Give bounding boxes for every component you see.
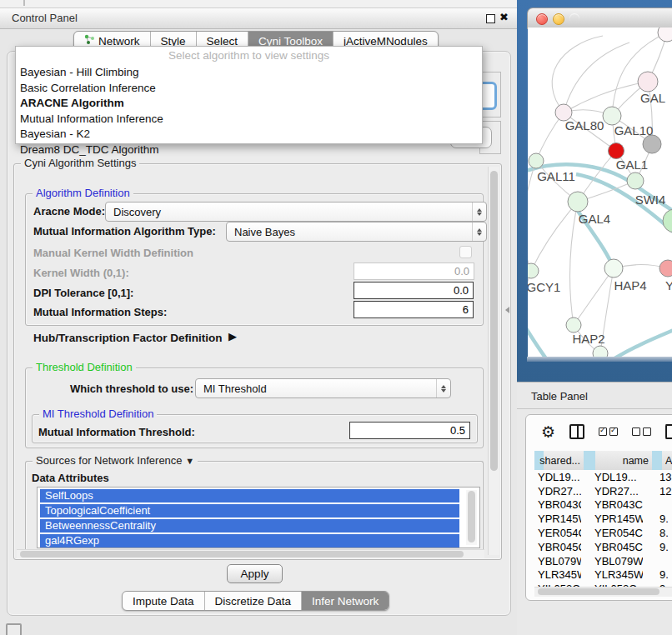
column-header-shared-name[interactable]: shared... <box>544 451 584 470</box>
data-attributes-listbox[interactable]: SelfLoopsTopologicalCoefficientBetweenne… <box>37 487 480 548</box>
table-cell[interactable]: 12 <box>659 485 672 498</box>
manual-kernel-width-checkbox[interactable] <box>459 246 472 258</box>
mi-steps-field[interactable]: 6 <box>354 301 474 318</box>
network-edge[interactable] <box>528 161 536 271</box>
algorithm-option[interactable]: Bayesian - K2 <box>16 127 482 142</box>
network-edge[interactable] <box>608 328 672 357</box>
network-node[interactable] <box>528 263 539 278</box>
network-node[interactable] <box>658 28 672 42</box>
table-row[interactable]: YDR27...YDR27...12 <box>534 484 672 498</box>
table-cell[interactable]: YDR27... <box>594 485 643 498</box>
network-edge[interactable] <box>528 318 548 357</box>
zoom-traffic-light-icon[interactable] <box>569 13 579 23</box>
attribute-list-item[interactable]: SelfLoops <box>40 489 459 503</box>
algorithm-option[interactable]: ARACNE Algorithm <box>16 96 482 112</box>
network-node[interactable] <box>529 153 544 168</box>
attribute-list-item[interactable]: BetweennessCentrality <box>40 519 459 533</box>
table-row[interactable]: YER054CYER054C8. <box>534 526 672 540</box>
table-hscrollbar-thumb[interactable] <box>538 588 659 595</box>
settings-vscrollbar[interactable] <box>488 167 499 555</box>
table-cell[interactable]: 9. <box>659 541 672 553</box>
table-cell[interactable]: 9. <box>659 512 672 525</box>
table-cell[interactable]: 13 <box>659 471 672 483</box>
table-cell[interactable]: YLR345W <box>594 568 643 581</box>
table-row[interactable]: YBR043CYBR043C <box>534 498 672 512</box>
network-edge[interactable] <box>564 82 648 112</box>
table-cell[interactable]: YDL19... <box>594 471 643 483</box>
table-icon[interactable] <box>665 424 672 439</box>
table-cell[interactable]: YER054C <box>538 527 581 539</box>
tab-impute-data[interactable]: Impute Data <box>123 592 204 610</box>
table-cell[interactable]: YDR27... <box>538 485 581 498</box>
network-node[interactable] <box>604 259 623 278</box>
apply-button[interactable]: Apply <box>227 564 283 583</box>
close-traffic-light-icon[interactable] <box>536 13 548 25</box>
table-row[interactable]: YLR345WYLR345W9. <box>534 568 672 582</box>
table-row[interactable]: YPR145WYPR145W9. <box>534 512 672 526</box>
network-node[interactable] <box>663 209 672 232</box>
network-edge[interactable] <box>552 36 603 112</box>
table-row[interactable]: YBL079WYBL079W <box>534 554 672 568</box>
control-panel-titlebar[interactable]: Control Panel ✖ <box>0 8 517 29</box>
network-edge[interactable] <box>531 202 578 271</box>
algorithm-option[interactable]: Basic Correlation Inference <box>16 81 482 97</box>
network-node[interactable] <box>643 135 661 153</box>
network-node[interactable] <box>627 172 644 189</box>
network-node[interactable] <box>609 143 624 159</box>
network-node[interactable] <box>659 260 672 277</box>
mi-algorithm-type-combobox[interactable]: Naive Bayes <box>226 222 487 242</box>
network-edge[interactable] <box>570 202 578 325</box>
attribute-list-item[interactable]: TopologicalCoefficient <box>40 504 459 518</box>
splitter-collapse-icon[interactable] <box>505 307 509 313</box>
algorithm-option[interactable]: Dream8 DC_TDC Algorithm <box>16 142 482 158</box>
network-window-titlebar[interactable] <box>527 8 672 29</box>
settings-hscrollbar-thumb[interactable] <box>20 551 464 558</box>
table-cell[interactable]: YBR043C <box>594 498 643 511</box>
table-cell[interactable]: YBR043C <box>538 498 581 511</box>
network-node[interactable] <box>603 107 621 125</box>
gear-icon[interactable]: ⚙ <box>541 424 555 440</box>
network-node[interactable] <box>593 346 608 357</box>
table-row[interactable]: YDL19...YDL19...13 <box>534 470 672 484</box>
select-all-checks-icon[interactable] <box>599 428 618 436</box>
table-cell[interactable]: YBL079W <box>538 555 581 568</box>
network-node[interactable] <box>638 72 658 92</box>
table-cell[interactable]: YPR145W <box>538 512 581 525</box>
table-cell[interactable]: YER054C <box>594 527 643 539</box>
which-threshold-combobox[interactable]: MI Threshold <box>195 378 451 398</box>
column-header-name[interactable]: name <box>595 451 652 470</box>
table-cell[interactable]: 8. <box>659 527 672 539</box>
collapsed-panel-icon[interactable] <box>6 623 22 635</box>
table-row[interactable]: YBR045CYBR045C9. <box>534 540 672 554</box>
float-window-icon[interactable] <box>486 14 495 23</box>
algorithm-option[interactable]: Bayesian - Hill Climbing <box>16 65 482 81</box>
settings-vscrollbar-thumb[interactable] <box>490 171 498 471</box>
table-cell[interactable]: YBR045C <box>594 541 643 553</box>
aracne-mode-combobox[interactable]: Discovery <box>105 202 487 222</box>
network-view-canvas[interactable]: GALGAL80GAL10GAL1GAL11SWI4GAL4HAP4YGCY1H… <box>528 28 672 357</box>
table-cell[interactable]: YPR145W <box>594 512 643 525</box>
deselect-all-checks-icon[interactable] <box>632 428 651 436</box>
list-vscrollbar-thumb[interactable] <box>468 491 475 542</box>
tab-discretize-data[interactable]: Discretize Data <box>204 592 302 610</box>
table-cell[interactable]: YLR345W <box>538 568 581 581</box>
attribute-list-item[interactable]: gal4RGexp <box>40 534 459 548</box>
split-columns-icon[interactable] <box>569 424 584 439</box>
settings-hscrollbar[interactable] <box>17 549 484 558</box>
column-header-partial[interactable]: A <box>662 451 672 470</box>
list-vscrollbar[interactable] <box>466 490 477 545</box>
network-edge[interactable] <box>574 268 614 325</box>
close-icon[interactable]: ✖ <box>499 11 509 23</box>
table-cell[interactable]: 9. <box>659 568 672 581</box>
network-node[interactable] <box>566 318 581 332</box>
kernel-width-field[interactable]: 0.0 <box>354 262 474 280</box>
dpi-tolerance-field[interactable]: 0.0 <box>354 282 474 299</box>
mi-threshold-field[interactable]: 0.5 <box>349 422 470 439</box>
table-cell[interactable]: YDL19... <box>538 471 581 483</box>
algorithm-option[interactable]: Mutual Information Inference <box>16 112 482 128</box>
expand-right-arrow-icon[interactable]: ▶ <box>228 330 237 342</box>
table-hscrollbar[interactable] <box>534 587 672 597</box>
table-cell[interactable]: YBL079W <box>594 555 643 568</box>
collapse-down-arrow-icon[interactable]: ▼ <box>185 456 194 466</box>
network-node[interactable] <box>568 192 588 212</box>
